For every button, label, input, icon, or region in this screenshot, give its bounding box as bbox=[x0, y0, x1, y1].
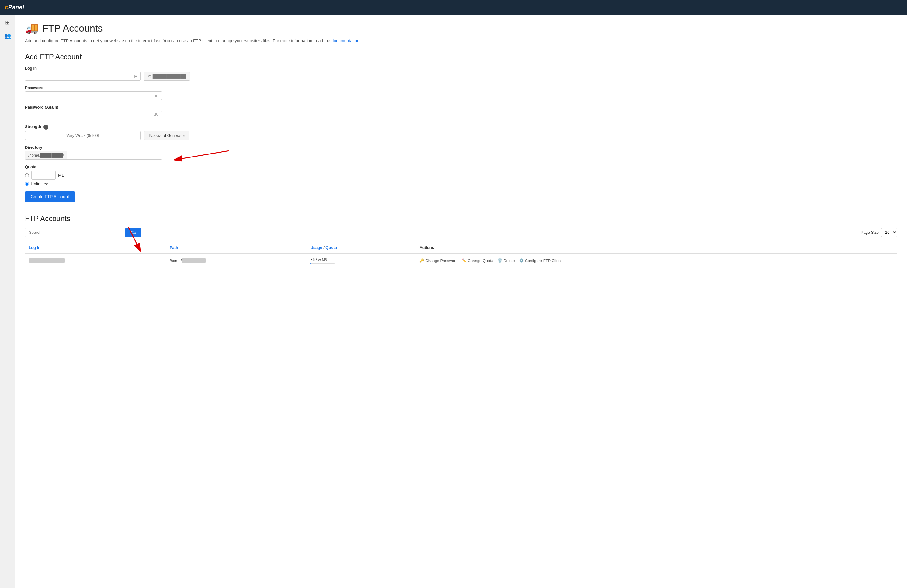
page-size-select[interactable]: 10 25 50 bbox=[881, 228, 897, 237]
page-size-label: Page Size bbox=[861, 230, 879, 235]
directory-label: Directory bbox=[25, 145, 897, 150]
quota-form-group: Quota 2000 MB Unlimited bbox=[25, 165, 897, 186]
change-quota-link[interactable]: ✏️ Change Quota bbox=[462, 259, 494, 263]
login-form-group: Log In ⊞ @ ████████████ bbox=[25, 66, 897, 81]
strength-label: Strength i bbox=[25, 125, 897, 129]
directory-input[interactable] bbox=[67, 151, 162, 159]
strength-wrapper: Very Weak (0/100) Password Generator bbox=[25, 131, 897, 140]
eye-icon[interactable]: 👁 bbox=[151, 93, 162, 99]
gear-icon: ⚙️ bbox=[519, 259, 524, 263]
quota-row: 2000 MB bbox=[25, 171, 897, 180]
search-row: Go Page Size 10 25 50 bbox=[25, 228, 897, 238]
quota-label: Quota bbox=[25, 165, 897, 169]
password-again-input-wrapper: 👁 bbox=[25, 111, 162, 120]
page-size-area: Page Size 10 25 50 bbox=[861, 228, 897, 237]
page-title: FTP Accounts bbox=[42, 23, 103, 34]
accounts-table: Log In Path Usage / Quota Actions bbox=[25, 242, 897, 268]
create-button-group: Create FTP Account bbox=[25, 191, 897, 202]
delete-link[interactable]: 🗑️ Delete bbox=[498, 259, 515, 263]
password-input-wrapper: 👁 bbox=[25, 91, 162, 100]
cell-path: /home/ bbox=[166, 253, 307, 268]
documentation-link[interactable]: documentation bbox=[332, 38, 359, 43]
sidebar-users-icon[interactable]: 👥 bbox=[3, 32, 12, 40]
login-input-wrapper: ⊞ bbox=[25, 72, 141, 81]
strength-info-icon[interactable]: i bbox=[43, 125, 48, 129]
table-body: /home/ 36 / ∞ MB 🔑 Cha bbox=[25, 253, 897, 268]
cell-usage: 36 / ∞ MB bbox=[307, 253, 416, 268]
col-actions: Actions bbox=[416, 242, 897, 253]
svg-line-1 bbox=[174, 151, 229, 160]
sidebar: ⊞ 👥 bbox=[0, 14, 15, 588]
action-links: 🔑 Change Password ✏️ Change Quota 🗑️ bbox=[420, 259, 894, 263]
login-label: Log In bbox=[25, 66, 897, 70]
quota-unit: MB bbox=[58, 173, 64, 177]
password-input[interactable] bbox=[25, 91, 151, 100]
table-wrapper: Log In Path Usage / Quota Actions bbox=[25, 242, 897, 268]
ftp-accounts-section-title: FTP Accounts bbox=[25, 214, 897, 223]
col-login[interactable]: Log In bbox=[25, 242, 166, 253]
pencil-icon: ✏️ bbox=[462, 259, 466, 263]
password-label: Password bbox=[25, 85, 897, 90]
trash-icon: 🗑️ bbox=[498, 259, 502, 263]
page-description: Add and configure FTP Accounts to get yo… bbox=[25, 38, 897, 44]
table-row: /home/ 36 / ∞ MB 🔑 Cha bbox=[25, 253, 897, 268]
table-header: Log In Path Usage / Quota Actions bbox=[25, 242, 897, 253]
path-blurred bbox=[181, 259, 206, 263]
search-input[interactable] bbox=[25, 228, 122, 237]
password-again-label: Password (Again) bbox=[25, 105, 897, 109]
add-ftp-section-title: Add FTP Account bbox=[25, 53, 897, 61]
sidebar-grid-icon[interactable]: ⊞ bbox=[3, 18, 12, 27]
main-content: 🚚 FTP Accounts Add and configure FTP Acc… bbox=[15, 14, 907, 588]
password-again-input[interactable] bbox=[25, 111, 151, 119]
create-ftp-button[interactable]: Create FTP Account bbox=[25, 191, 75, 202]
page-title-area: 🚚 FTP Accounts bbox=[25, 22, 897, 35]
cell-actions: 🔑 Change Password ✏️ Change Quota 🗑️ bbox=[416, 253, 897, 268]
login-blurred bbox=[29, 259, 65, 263]
top-nav: cPanel bbox=[0, 0, 907, 14]
strength-form-group: Strength i Very Weak (0/100) Password Ge… bbox=[25, 125, 897, 140]
cpanel-logo: cPanel bbox=[5, 4, 24, 11]
directory-input-wrapper: /home/████████/ bbox=[25, 151, 162, 160]
quota-radio-custom[interactable] bbox=[25, 173, 29, 177]
password-form-group: Password 👁 bbox=[25, 85, 897, 100]
ftp-icon: 🚚 bbox=[25, 22, 38, 35]
layout: ⊞ 👥 🚚 FTP Accounts Add and configure FTP… bbox=[0, 14, 907, 588]
login-input[interactable] bbox=[25, 72, 132, 80]
domain-suffix: @ ████████████ bbox=[144, 72, 190, 81]
configure-ftp-link[interactable]: ⚙️ Configure FTP Client bbox=[519, 259, 562, 263]
password-again-form-group: Password (Again) 👁 bbox=[25, 105, 897, 120]
ftp-accounts-section: FTP Accounts Go Page Size 10 25 50 bbox=[25, 214, 897, 268]
go-button[interactable]: Go bbox=[125, 228, 141, 238]
password-generator-button[interactable]: Password Generator bbox=[144, 131, 189, 140]
unlimited-row: Unlimited bbox=[25, 182, 897, 186]
eye-again-icon[interactable]: 👁 bbox=[151, 112, 162, 118]
directory-form-group: Directory /home/████████/ bbox=[25, 145, 897, 160]
grid-icon-small: ⊞ bbox=[132, 74, 140, 79]
strength-bar: Very Weak (0/100) bbox=[25, 131, 141, 140]
col-path[interactable]: Path bbox=[166, 242, 307, 253]
col-usage-quota[interactable]: Usage / Quota bbox=[307, 242, 416, 253]
quota-input[interactable]: 2000 bbox=[31, 171, 56, 180]
change-password-link[interactable]: 🔑 Change Password bbox=[420, 259, 457, 263]
key-icon: 🔑 bbox=[420, 259, 424, 263]
unlimited-label: Unlimited bbox=[31, 182, 48, 186]
directory-prefix: /home/████████/ bbox=[25, 151, 67, 159]
cell-login bbox=[25, 253, 166, 268]
quota-radio-unlimited[interactable] bbox=[25, 182, 29, 186]
